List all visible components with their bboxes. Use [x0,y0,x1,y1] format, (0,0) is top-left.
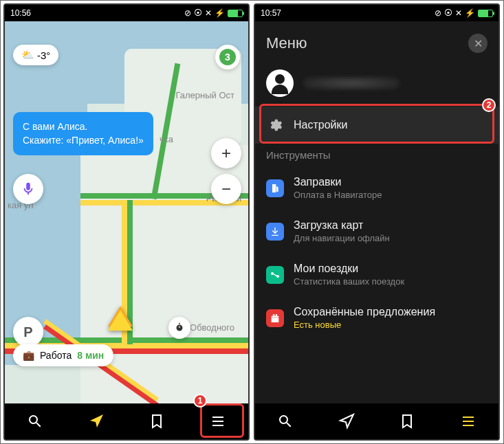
nav-bookmarks[interactable] [393,408,421,435]
close-button[interactable]: ✕ [468,34,487,53]
menu-panel: Меню ✕ Настройки 2 Инструменты [255,21,498,439]
phone-left: 10:56 ⊘⦿✕⚡ Галерный Ост Рижский наб Обво… [3,3,250,441]
map-label: чка [160,134,173,144]
weather-pill[interactable]: ⛅ -3° [13,45,58,65]
gear-icon [266,116,284,134]
close-icon: ✕ [474,37,483,50]
menu-icon [460,413,476,430]
fuel-sub: Оплата в Навигаторе [294,190,382,200]
status-icons: ⊘⦿✕⚡ [435,8,493,18]
trips-icon [266,266,284,284]
compass-icon [173,322,186,334]
menu-title: Меню [266,34,307,52]
fuel-title: Заправки [294,176,382,188]
bottom-nav [5,403,248,439]
search-icon [27,413,43,430]
saved-title: Сохранённые предложения [294,306,435,318]
nav-search[interactable] [21,408,49,435]
map-view[interactable]: Галерный Ост Рижский наб Обводного кая у… [5,21,248,406]
gift-icon [266,309,284,327]
status-icons: ⊘⦿✕⚡ [184,8,243,18]
annotation-badge-2: 2 [482,98,496,112]
phone-right: 10:57 ⊘⦿✕⚡ Меню ✕ Настройки 2 [254,3,500,441]
menu-item-fuel[interactable]: Заправки Оплата в Навигаторе [255,166,498,210]
status-bar: 10:57 ⊘⦿✕⚡ [255,5,498,21]
trips-sub: Статистика ваших поездок [294,276,404,287]
nav-search[interactable] [272,408,299,435]
location-marker-icon [108,310,133,331]
search-icon [277,413,294,430]
bookmark-icon [149,413,165,430]
nav-navigate[interactable] [333,408,360,435]
navigate-icon [338,413,355,430]
nav-navigate[interactable] [83,408,110,435]
annotation-badge-1: 1 [193,394,207,408]
avatar-icon [266,69,294,97]
status-time: 10:56 [10,8,31,18]
bottom-nav [255,403,498,439]
nav-menu[interactable] [204,408,232,435]
menu-icon [210,413,226,430]
section-tools-label: Инструменты [255,144,498,166]
alice-text-1: С вами Алиса. [23,120,144,134]
battery-icon [228,10,243,17]
compass-button[interactable] [168,317,190,339]
weather-temp: -3° [37,49,50,61]
alice-text-2: Скажите: «Привет, Алиса!» [23,134,144,148]
zoom-out-button[interactable]: − [211,174,241,204]
status-bar: 10:56 ⊘⦿✕⚡ [5,5,248,21]
map-label: Галерный Ост [175,90,234,100]
download-title: Загрузка карт [294,219,390,232]
work-time: 8 мин [77,350,104,361]
zoom-in-button[interactable]: + [211,138,241,168]
traffic-level: 3 [219,49,236,65]
battery-icon [478,10,493,17]
download-sub: Для навигации офлайн [294,233,390,243]
microphone-icon [21,181,36,197]
work-label: Работа [40,350,72,361]
download-icon [266,223,284,241]
work-shortcut[interactable]: 💼 Работа 8 мин [13,344,113,366]
bookmark-icon [399,413,415,430]
menu-item-download[interactable]: Загрузка карт Для навигации офлайн [255,210,498,253]
settings-label: Настройки [294,119,347,131]
menu-item-trips[interactable]: Мои поездки Статистика ваших поездок [255,253,498,296]
navigate-icon [88,413,105,430]
voice-button[interactable] [13,174,43,204]
status-time: 10:57 [261,8,281,18]
briefcase-icon: 💼 [23,350,34,361]
alice-bubble[interactable]: С вами Алиса. Скажите: «Привет, Алиса!» [13,112,153,155]
fuel-icon [266,179,284,197]
menu-item-saved[interactable]: Сохранённые предложения Есть новые [255,296,498,340]
saved-sub: Есть новые [294,320,435,330]
nav-menu[interactable] [454,408,482,435]
traffic-button[interactable]: 3 [215,45,240,69]
profile-name-redacted [303,76,399,90]
nav-bookmarks[interactable] [143,408,171,435]
trips-title: Мои поездки [294,263,404,275]
weather-icon: ⛅ [21,49,34,61]
profile-row[interactable] [255,60,498,107]
menu-item-settings[interactable]: Настройки [255,107,498,144]
parking-button[interactable]: P [13,317,43,347]
